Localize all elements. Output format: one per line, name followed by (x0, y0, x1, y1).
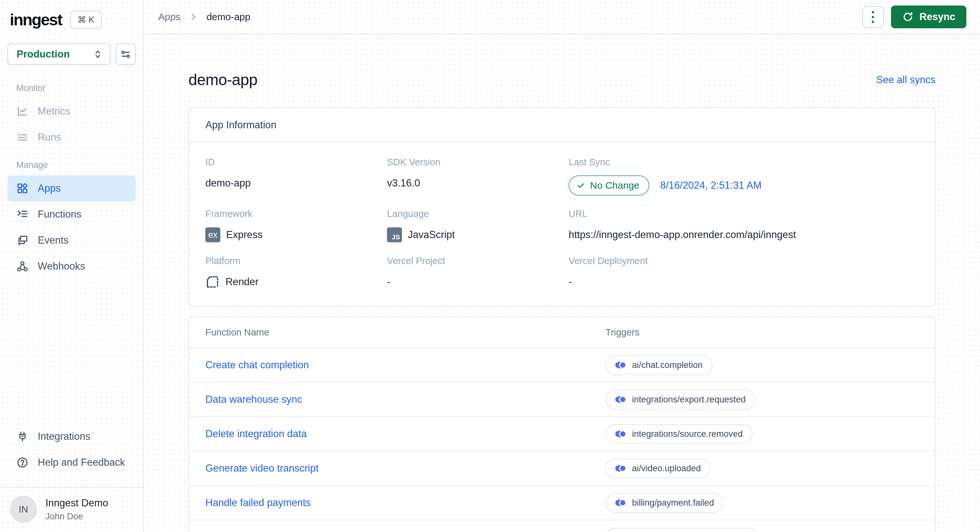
sidebar: inngest ⌘ K Production (0, 0, 144, 532)
app-information-card: App Information ID demo-app SDK Version … (188, 108, 935, 306)
sidebar-item-events[interactable]: Events (8, 227, 136, 253)
section-monitor: Monitor (8, 73, 136, 98)
sidebar-item-label: Functions (38, 208, 81, 220)
field-language: Language JS JavaScript (387, 195, 569, 243)
user-name: John Doe (46, 511, 108, 522)
express-icon: ex (205, 227, 220, 242)
resync-label: Resync (920, 11, 955, 23)
function-name-link[interactable]: Handle failed payments (205, 497, 311, 508)
last-sync-timestamp-link[interactable]: 8/16/2024, 2:51:31 AM (660, 179, 762, 191)
event-trigger-icon (615, 498, 626, 508)
trigger-pill[interactable]: integrations/export.requested (605, 390, 756, 410)
sidebar-item-label: Runs (38, 132, 61, 143)
webhooks-icon (16, 260, 29, 273)
events-icon (16, 234, 29, 246)
event-trigger-icon (615, 360, 626, 370)
help-icon (16, 456, 29, 468)
event-trigger-icon (615, 464, 626, 473)
breadcrumb: Apps demo-app (158, 11, 250, 22)
check-icon (576, 181, 585, 190)
no-change-badge[interactable]: No Change (569, 175, 649, 195)
table-row: Import data pipeline integrations/source… (189, 520, 935, 532)
table-row: Generate video transcript ai/video.uploa… (189, 451, 935, 486)
app-information-header: App Information (189, 108, 935, 143)
field-url: URL https://inngest-demo-app.onrender.co… (569, 195, 919, 243)
kebab-icon (872, 11, 874, 13)
runs-icon (16, 131, 29, 144)
render-icon (205, 275, 220, 289)
environment-selector[interactable]: Production (8, 43, 110, 65)
sidebar-item-runs[interactable]: Runs (8, 124, 136, 150)
sidebar-item-integrations[interactable]: Integrations (8, 424, 136, 449)
functions-icon (16, 208, 29, 221)
environment-value: Production (17, 48, 70, 60)
functions-table-header: Function Name Triggers (189, 317, 935, 348)
sidebar-item-label: Events (38, 235, 68, 246)
metrics-icon (16, 105, 29, 118)
topbar: Apps demo-app Resync (144, 0, 980, 35)
event-trigger-icon (615, 429, 626, 439)
table-row: Delete integration data integrations/sou… (189, 417, 935, 451)
user-menu[interactable]: IN Inngest Demo John Doe (0, 488, 143, 532)
field-vercel-deployment: Vercel Deployment - (569, 243, 919, 290)
chevron-right-icon (189, 12, 198, 21)
trigger-pill[interactable]: integrations/source.removed (605, 424, 752, 444)
field-id: ID demo-app (205, 144, 387, 195)
functions-table-body: Create chat completion ai/chat.completio… (189, 348, 935, 532)
page-title: demo-app (188, 71, 257, 89)
content: demo-app See all syncs App Information I… (144, 35, 980, 532)
sidebar-item-label: Metrics (38, 106, 70, 117)
field-platform: Platform Render (205, 243, 387, 290)
sidebar-item-label: Help and Feedback (38, 457, 125, 468)
sidebar-nav: Monitor Metrics Runs (0, 65, 143, 279)
app-actions-menu-button[interactable] (862, 6, 884, 28)
section-manage: Manage (8, 150, 136, 175)
event-trigger-icon (615, 395, 626, 404)
table-row: Create chat completion ai/chat.completio… (189, 348, 935, 383)
environment-filter-button[interactable] (116, 43, 136, 65)
trigger-pill[interactable]: ai/chat.completion (605, 355, 713, 375)
apps-icon (16, 182, 29, 195)
sidebar-item-apps[interactable]: Apps (8, 175, 136, 202)
column-function-name: Function Name (205, 327, 605, 338)
trigger-pill[interactable]: billing/payment.failed (605, 493, 724, 513)
trigger-pill[interactable]: ai/video.uploaded (605, 459, 711, 478)
table-row: Handle failed payments billing/payment.f… (189, 486, 935, 520)
resync-button[interactable]: Resync (891, 6, 966, 28)
integrations-icon (16, 430, 29, 443)
field-vercel-project: Vercel Project - (387, 243, 569, 290)
sliders-icon (120, 48, 132, 60)
field-sdk-version: SDK Version v3.16.0 (387, 144, 569, 195)
main-column: Apps demo-app Resync (144, 0, 980, 532)
function-name-link[interactable]: Generate video transcript (205, 462, 318, 474)
sidebar-item-label: Webhooks (38, 260, 85, 272)
function-name-link[interactable]: Data warehouse sync (205, 394, 302, 405)
trigger-pill[interactable]: integrations/source.connected (605, 528, 759, 532)
sidebar-item-label: Integrations (38, 431, 90, 442)
field-last-sync: Last Sync No Change 8/16/2024, 2:51:31 A… (569, 144, 919, 195)
app-root: inngest ⌘ K Production (0, 0, 980, 532)
sidebar-item-label: Apps (38, 183, 61, 194)
sidebar-footer: Integrations Help and Feedback (0, 424, 143, 479)
sidebar-item-webhooks[interactable]: Webhooks (8, 253, 136, 279)
inngest-logo: inngest (10, 10, 62, 29)
command-k-shortcut[interactable]: ⌘ K (70, 11, 102, 29)
breadcrumb-current: demo-app (206, 11, 250, 22)
user-org: Inngest Demo (46, 497, 108, 509)
command-k-label: ⌘ K (77, 14, 95, 25)
sidebar-item-metrics[interactable]: Metrics (8, 98, 136, 124)
functions-table-card: Function Name Triggers Create chat compl… (188, 316, 935, 532)
column-triggers: Triggers (605, 327, 919, 338)
sidebar-item-functions[interactable]: Functions (8, 202, 136, 227)
breadcrumb-apps[interactable]: Apps (158, 11, 180, 22)
function-name-link[interactable]: Delete integration data (205, 428, 307, 440)
see-all-syncs-link[interactable]: See all syncs (876, 74, 935, 86)
sidebar-item-help[interactable]: Help and Feedback (8, 449, 136, 475)
avatar: IN (10, 495, 37, 523)
chevron-updown-icon (92, 49, 103, 60)
javascript-icon: JS (387, 227, 402, 242)
resync-icon (902, 11, 914, 23)
function-name-link[interactable]: Create chat completion (205, 359, 309, 371)
table-row: Data warehouse sync integrations/export.… (189, 383, 935, 417)
field-framework: Framework ex Express (205, 195, 387, 243)
